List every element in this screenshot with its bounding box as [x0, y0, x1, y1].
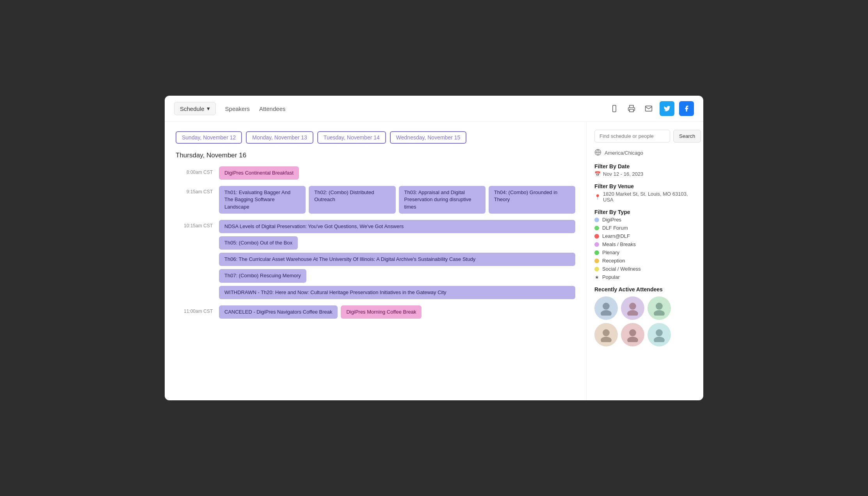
tab-sunday[interactable]: Sunday, November 12 — [176, 131, 242, 144]
calendar-icon: 📅 — [594, 171, 601, 177]
event-th20-withdrawn[interactable]: WITHDRAWN - Th20: Here and Now: Cultural… — [219, 286, 575, 299]
twitter-button[interactable] — [660, 101, 674, 116]
digipres-dot — [594, 218, 599, 222]
email-icon[interactable] — [642, 102, 655, 115]
app-container: Schedule ▾ Speakers Attendees — [165, 96, 703, 400]
mobile-icon[interactable] — [608, 102, 621, 115]
svg-point-5 — [603, 303, 610, 310]
search-row: Search — [594, 130, 695, 143]
day-tabs: Sunday, November 12 Monday, November 13 … — [176, 131, 575, 144]
type-dlf-forum[interactable]: DLF Forum — [594, 225, 695, 231]
avatar-4[interactable] — [594, 323, 618, 346]
event-canceled-coffee[interactable]: CANCELED - DigiPres Navigators Coffee Br… — [219, 305, 338, 319]
print-icon[interactable] — [625, 102, 638, 115]
time-slot-1100: 11:00am CST CANCELED - DigiPres Navigato… — [176, 305, 575, 319]
event-th04[interactable]: Th04: (Combo) Grounded in Theory — [489, 186, 575, 214]
type-list: DigiPres DLF Forum Learn@DLF Meals / Bre… — [594, 217, 695, 280]
event-morning-coffee[interactable]: DigiPres Morning Coffee Break — [341, 305, 422, 319]
schedule-button[interactable]: Schedule ▾ — [174, 102, 216, 115]
type-digipres[interactable]: DigiPres — [594, 217, 695, 223]
facebook-button[interactable] — [679, 101, 694, 116]
avatar-1[interactable] — [594, 296, 618, 320]
location-icon: 📍 — [594, 194, 601, 200]
filter-date-text: Nov 12 - 16, 2023 — [603, 171, 643, 177]
chevron-down-icon: ▾ — [207, 105, 210, 112]
filter-date-title: Filter By Date — [594, 163, 695, 169]
type-reception[interactable]: Reception — [594, 258, 695, 264]
svg-point-13 — [629, 329, 636, 336]
globe-icon — [594, 149, 601, 157]
event-th06[interactable]: Th06: The Curricular Asset Warehouse At … — [219, 253, 575, 266]
svg-point-10 — [654, 310, 665, 316]
event-ndsa[interactable]: NDSA Levels of Digital Preservation: You… — [219, 220, 575, 233]
tab-wednesday[interactable]: Wednesday, November 15 — [390, 131, 466, 144]
type-plenary[interactable]: Plenary — [594, 250, 695, 255]
time-slot-1015: 10:15am CST NDSA Levels of Digital Prese… — [176, 220, 575, 299]
avatar-5[interactable] — [621, 323, 644, 346]
search-button[interactable]: Search — [673, 130, 701, 143]
avatar-6[interactable] — [647, 323, 671, 346]
timezone-row: America/Chicago — [594, 149, 695, 157]
svg-rect-2 — [630, 109, 633, 112]
schedule-area: Sunday, November 12 Monday, November 13 … — [165, 122, 586, 400]
filter-venue-title: Filter By Venue — [594, 183, 695, 189]
type-plenary-label: Plenary — [602, 250, 619, 255]
header-nav: Schedule ▾ Speakers Attendees — [165, 96, 703, 122]
event-th01[interactable]: Th01: Evaluating Bagger And The Bagging … — [219, 186, 306, 214]
filter-type-title: Filter By Type — [594, 209, 695, 215]
type-social-wellness[interactable]: Social / Wellness — [594, 266, 695, 272]
type-learn-dlf[interactable]: Learn@DLF — [594, 233, 695, 239]
type-reception-label: Reception — [602, 258, 625, 264]
schedule-label: Schedule — [180, 105, 205, 112]
search-input[interactable] — [594, 130, 670, 143]
day-bold: Thursday, — [176, 152, 205, 159]
filter-venue-text: 1820 Market St, St. Louis, MO 63103, USA — [603, 191, 695, 203]
time-slot-800: 8:00am CST DigiPres Continental Breakfas… — [176, 166, 575, 180]
popular-star-icon: ★ — [594, 275, 599, 280]
svg-point-6 — [601, 310, 612, 316]
event-th07[interactable]: Th07: (Combo) Rescuing Memory — [219, 269, 306, 282]
avatar-3[interactable] — [647, 296, 671, 320]
slot-events-1015: NDSA Levels of Digital Preservation: You… — [219, 220, 575, 299]
svg-point-16 — [654, 337, 665, 342]
meals-breaks-dot — [594, 242, 599, 247]
svg-point-8 — [627, 310, 638, 316]
type-meals-breaks[interactable]: Meals / Breaks — [594, 241, 695, 247]
filter-venue-value: 📍 1820 Market St, St. Louis, MO 63103, U… — [594, 191, 695, 203]
nav-left: Schedule ▾ Speakers Attendees — [174, 102, 286, 115]
sidebar: Search America/Chicago Filter By Date 📅 … — [586, 122, 703, 400]
attendees-title: Recently Active Attendees — [594, 286, 695, 293]
svg-point-7 — [629, 303, 636, 310]
filter-type-section: Filter By Type DigiPres DLF Forum Learn@… — [594, 209, 695, 280]
filter-date-section: Filter By Date 📅 Nov 12 - 16, 2023 — [594, 163, 695, 177]
slot-events-915: Th01: Evaluating Bagger And The Bagging … — [219, 186, 575, 214]
type-meals-breaks-label: Meals / Breaks — [602, 241, 636, 247]
svg-point-11 — [603, 329, 610, 336]
type-popular[interactable]: ★ Popular — [594, 274, 695, 280]
event-continental-breakfast[interactable]: DigiPres Continental Breakfast — [219, 166, 299, 180]
current-day-heading: Thursday, November 16 — [176, 152, 575, 159]
dlf-forum-dot — [594, 226, 599, 230]
event-th05[interactable]: Th05: (Combo) Out of the Box — [219, 236, 298, 250]
slot-events-800: DigiPres Continental Breakfast — [219, 166, 575, 180]
event-th03[interactable]: Th03: Appraisal and Digital Preservation… — [399, 186, 486, 214]
time-label-1015: 10:15am CST — [176, 220, 213, 228]
social-wellness-dot — [594, 267, 599, 271]
type-dlf-forum-label: DLF Forum — [602, 225, 628, 231]
speakers-link[interactable]: Speakers — [225, 105, 250, 112]
filter-venue-section: Filter By Venue 📍 1820 Market St, St. Lo… — [594, 183, 695, 203]
plenary-dot — [594, 250, 599, 255]
event-th02[interactable]: Th02: (Combo) Distributed Outreach — [309, 186, 395, 214]
time-label-1100: 11:00am CST — [176, 305, 213, 314]
type-digipres-label: DigiPres — [602, 217, 621, 223]
type-popular-label: Popular — [602, 274, 620, 280]
svg-point-12 — [601, 337, 612, 342]
avatar-2[interactable] — [621, 296, 644, 320]
tab-monday[interactable]: Monday, November 13 — [246, 131, 313, 144]
svg-rect-0 — [613, 105, 616, 112]
attendees-section: Recently Active Attendees — [594, 286, 695, 346]
svg-point-9 — [656, 303, 663, 310]
nav-right — [608, 101, 694, 116]
tab-tuesday[interactable]: Tuesday, November 14 — [317, 131, 386, 144]
attendees-link[interactable]: Attendees — [259, 105, 286, 112]
